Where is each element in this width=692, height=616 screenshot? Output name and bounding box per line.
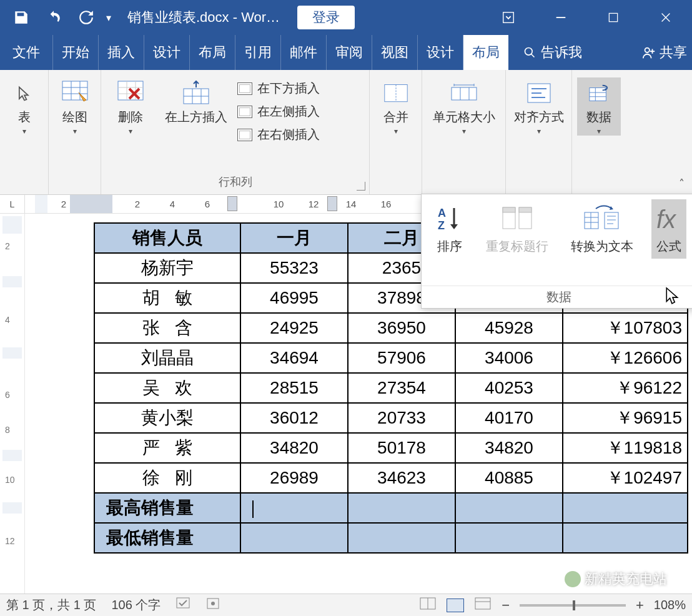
cell-size-icon (450, 80, 478, 107)
maximize-button[interactable] (587, 0, 640, 35)
draw-grid-icon (61, 80, 89, 107)
collapse-ribbon-button[interactable]: ˄ (679, 177, 685, 191)
col-header-name[interactable]: 销售人员 (94, 223, 240, 253)
wechat-icon (565, 571, 581, 587)
svg-line-6 (531, 54, 535, 57)
draw-table-button[interactable]: 绘图 ▾ (54, 77, 96, 136)
table-row[interactable]: 严紫348205017834820￥119818 (94, 433, 688, 463)
zoom-level[interactable]: 108% (654, 598, 686, 612)
tab-layout[interactable]: 布局 (190, 35, 235, 70)
undo-button[interactable] (37, 0, 70, 35)
document-area: 2 4 6 8 10 12 销售人员 一月 二月 杨新宇553232365 胡敏… (0, 214, 692, 594)
repeat-header-button: 重复标题行 (482, 199, 552, 259)
svg-rect-26 (452, 87, 477, 100)
dialog-launcher-icon[interactable] (357, 182, 365, 191)
svg-point-5 (525, 48, 533, 56)
minimize-button[interactable] (535, 0, 587, 35)
watermark: 新精英充电站 (565, 570, 667, 589)
zoom-out-button[interactable]: − (502, 597, 510, 614)
ribbon-display-options[interactable] (482, 0, 535, 35)
table-row[interactable]: 吴欢285152735440253￥96122 (94, 373, 688, 403)
convert-to-text-icon (583, 203, 621, 234)
insert-right-button[interactable]: 在右侧插入 (237, 126, 320, 143)
insert-left-icon (237, 106, 252, 118)
tab-selector[interactable]: L (0, 195, 25, 213)
tab-mail[interactable]: 邮件 (281, 35, 327, 70)
svg-rect-41 (503, 207, 515, 212)
svg-rect-43 (519, 207, 531, 212)
page-indicator[interactable]: 第 1 页，共 1 页 (6, 597, 96, 614)
table-row[interactable]: 黄小梨360122073340170￥96915 (94, 403, 688, 433)
insert-below-button[interactable]: 在下方插入 (237, 80, 320, 97)
rows-cols-group-label: 行和列 (219, 176, 252, 188)
ruler-marker[interactable] (227, 196, 237, 211)
svg-rect-53 (177, 598, 189, 608)
tell-me-label: 告诉我 (541, 43, 582, 62)
redo-button[interactable] (70, 0, 102, 35)
status-bar: 第 1 页，共 1 页 106 个字 − + 108% (0, 594, 692, 616)
tab-file[interactable]: 文件 (0, 35, 53, 70)
svg-text:fx: fx (656, 206, 677, 233)
svg-text:Z: Z (438, 219, 445, 232)
login-button[interactable]: 登录 (297, 6, 355, 29)
quick-access-toolbar: ▾ (0, 0, 115, 35)
table-row[interactable]: 徐刚269893462340885￥102497 (94, 463, 688, 493)
cell-size-button[interactable]: 单元格大小 ▾ (427, 77, 500, 136)
min-row[interactable]: 最低销售量 (94, 523, 688, 553)
table-row[interactable]: 张含249253695045928￥107803 (94, 313, 688, 343)
proofing-icon[interactable] (175, 597, 190, 614)
tab-view[interactable]: 视图 (372, 35, 418, 70)
insert-left-button[interactable]: 在左侧插入 (237, 103, 320, 120)
word-count[interactable]: 106 个字 (111, 597, 161, 614)
share-label: 共享 (660, 43, 687, 62)
read-mode-icon[interactable] (419, 597, 437, 614)
align-button[interactable]: 对齐方式 ▾ (511, 77, 566, 136)
svg-rect-0 (503, 12, 514, 23)
macro-icon[interactable] (205, 597, 220, 614)
data-button[interactable]: 数据 ▾ (577, 77, 621, 136)
tab-review[interactable]: 审阅 (327, 35, 372, 70)
tab-reference[interactable]: 引用 (235, 35, 281, 70)
insert-above-button[interactable]: 在上方插入 (160, 77, 232, 124)
watermark-text: 新精英充电站 (585, 570, 667, 589)
delete-button[interactable]: 删除 ▾ (106, 77, 155, 136)
share-button[interactable]: 共享 (633, 35, 692, 70)
title-bar: ▾ 销售业绩表.docx - Wor… 登录 (0, 0, 692, 35)
merge-button[interactable]: 合并 ▾ (375, 77, 417, 136)
select-table-button[interactable]: 表 ▾ (5, 77, 43, 136)
ruler-marker[interactable] (327, 196, 337, 211)
max-row[interactable]: 最高销售量 (94, 493, 688, 523)
tab-design[interactable]: 设计 (144, 35, 190, 70)
tab-table-design[interactable]: 设计 (418, 35, 463, 70)
svg-point-55 (211, 602, 215, 605)
web-layout-icon[interactable] (474, 597, 492, 614)
insert-below-icon (237, 82, 252, 95)
tab-home[interactable]: 开始 (53, 35, 99, 70)
sort-button[interactable]: AZ 排序 (432, 199, 468, 259)
save-button[interactable] (5, 0, 37, 35)
merge-icon (382, 80, 410, 107)
formula-icon: fx (655, 203, 683, 234)
qat-customize[interactable]: ▾ (102, 12, 115, 24)
svg-rect-2 (609, 13, 617, 21)
convert-to-text-button[interactable]: 转换为文本 (567, 199, 637, 259)
formula-button[interactable]: fx 公式 (651, 199, 686, 259)
svg-text:A: A (438, 207, 446, 219)
svg-rect-58 (475, 598, 490, 609)
tab-table-layout[interactable]: 布局 (463, 35, 508, 70)
col-header-jan[interactable]: 一月 (240, 223, 348, 253)
cursor-icon (11, 80, 38, 107)
vertical-ruler[interactable]: 2 4 6 8 10 12 (0, 214, 25, 594)
repeat-header-icon (502, 203, 533, 234)
zoom-in-button[interactable]: + (636, 597, 644, 614)
tab-insert[interactable]: 插入 (99, 35, 144, 70)
close-button[interactable] (640, 0, 692, 35)
print-layout-icon[interactable] (447, 599, 464, 612)
document-title: 销售业绩表.docx - Wor… (127, 8, 280, 27)
table-row[interactable]: 刘晶晶346945790634006￥126606 (94, 343, 688, 373)
page[interactable]: 销售人员 一月 二月 杨新宇553232365 胡敏46995378985139… (25, 214, 692, 594)
tell-me[interactable]: 告诉我 (508, 35, 591, 70)
zoom-slider[interactable] (520, 604, 626, 607)
ribbon-tabs: 文件 开始 插入 设计 布局 引用 邮件 审阅 视图 设计 布局 告诉我 共享 (0, 35, 692, 70)
mouse-cursor-icon (665, 286, 681, 312)
